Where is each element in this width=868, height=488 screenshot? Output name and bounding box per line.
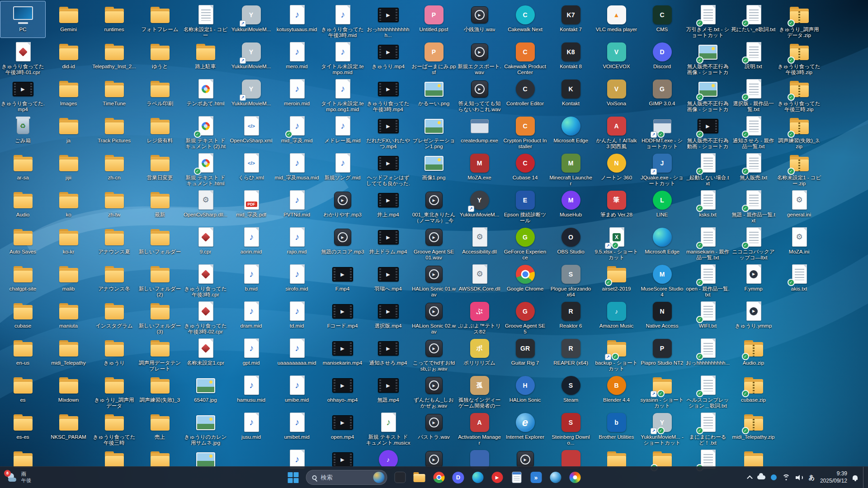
clock[interactable]: 9:39 2025/09/12: [820, 470, 847, 484]
media-player[interactable]: [488, 469, 506, 487]
desktop-icon[interactable]: ✓無人販売不正行為画像 - ショートカッ...: [685, 38, 731, 75]
desktop-icon[interactable]: ko: [46, 186, 91, 223]
photos[interactable]: [547, 469, 565, 487]
desktop-icon[interactable]: ▶井上ドラム.mp4: [365, 223, 411, 260]
desktop-icon[interactable]: PUntitled.ppsf: [411, 1, 457, 38]
desktop-icon[interactable]: 65407.jpg: [183, 371, 228, 408]
desktop-icon[interactable]: ♪✓mid_字及.mid: [274, 112, 320, 149]
desktop-icon[interactable]: きゅうり食ってた午後3時.cpr: [183, 260, 228, 297]
desktop-icon[interactable]: ▶だれだFXいれたやつ.mp4: [365, 112, 411, 149]
desktop-icon[interactable]: MMuseHub: [548, 186, 594, 223]
desktop-icon[interactable]: CCakewalk Product Center: [502, 38, 548, 75]
desktop-icon[interactable]: ▶ずんだもん_しおかぜぉ.wav: [411, 371, 457, 408]
desktop-icon[interactable]: ▶open.mp4: [320, 408, 365, 446]
desktop-icon[interactable]: ♪hamusu.mid: [228, 371, 274, 408]
desktop-icon[interactable]: Auto Saves: [0, 223, 46, 260]
desktop-icon[interactable]: ✓無題 - 親作品一覧.txt: [731, 186, 776, 223]
desktop-icon[interactable]: きゅうり食ってた午後三時: [91, 408, 137, 446]
desktop-icon[interactable]: Y↗YukkuriMovieM...: [228, 75, 274, 112]
desktop-icon[interactable]: jijii: [46, 149, 91, 186]
desktop-icon[interactable]: ♪メドレー風.mid: [320, 112, 365, 149]
desktop-icon[interactable]: ♪aorin.mid: [228, 223, 274, 260]
desktop-icon[interactable]: ▶わかりやす.mp3: [320, 186, 365, 223]
notepad[interactable]: [508, 469, 526, 487]
desktop-icon[interactable]: ✓新規 テキスト ドキュメント.html: [183, 149, 228, 186]
desktop-icon[interactable]: GGIMP 3.0.4: [639, 75, 685, 112]
desktop-icon[interactable]: KKontakt: [548, 75, 594, 112]
desktop-icon[interactable]: ♪新規 テキスト ドキュメント.musicxml: [365, 408, 411, 446]
desktop-icon[interactable]: 名称未設定1 - コピー: [183, 1, 228, 38]
desktop-icon[interactable]: ja: [46, 112, 91, 149]
desktop-icon[interactable]: ⚙Accessibility.dll: [457, 223, 502, 260]
desktop-icon[interactable]: インスタグラム: [91, 297, 137, 334]
desktop-icon[interactable]: ⚙OpenCvSharp.dll...: [183, 186, 228, 223]
desktop-icon[interactable]: cubase: [0, 297, 46, 334]
desktop-icon[interactable]: SSteinberg Downlo...: [548, 408, 594, 446]
desktop-icon[interactable]: Gemini: [46, 1, 91, 38]
desktop-icon[interactable]: ♪umibet.mid: [274, 408, 320, 446]
desktop-icon[interactable]: OOBS Studio: [548, 223, 594, 260]
desktop-icon[interactable]: ✓おっhhhhhhhhhh...: [685, 334, 731, 371]
desktop-icon[interactable]: Google Chrome: [502, 260, 548, 297]
desktop-icon[interactable]: 画像1.png: [411, 149, 457, 186]
desktop-icon[interactable]: K7Kontakt 7: [548, 1, 594, 38]
desktop-icon[interactable]: 売上: [137, 408, 183, 446]
desktop-icon[interactable]: ♪uaaaaaaaaa.mid: [274, 334, 320, 371]
desktop-icon[interactable]: K8Kontakt 8: [548, 38, 594, 75]
desktop-icon[interactable]: midi_Telepathy: [46, 334, 91, 371]
desktop-icon[interactable]: ⚙general.ini: [776, 186, 822, 223]
desktop-icon[interactable]: ▶きゅうり.ymmp: [731, 297, 776, 334]
desktop-icon[interactable]: きゅうり: [91, 334, 137, 371]
desktop-icon[interactable]: 筆筆まめ Ver.28: [594, 186, 639, 223]
desktop-icon[interactable]: 調声用データテンプレート: [137, 334, 183, 371]
desktop-icon[interactable]: Pおーばーまにみ.ppsf: [411, 38, 457, 75]
desktop-icon[interactable]: 名称未設定1.cpr: [183, 334, 228, 371]
desktop-icon[interactable]: フォトフレーム: [137, 1, 183, 38]
desktop-icon[interactable]: ▶HALion Sonic 02.wav: [411, 297, 457, 334]
desktop-icon[interactable]: ✓無人販売.txt: [731, 149, 776, 186]
desktop-icon[interactable]: 孤孤独なインディーゲーム開発者の一生...: [457, 371, 502, 408]
desktop-icon[interactable]: PC: [0, 1, 46, 38]
desktop-icon[interactable]: MMuseScore Studio 4: [639, 260, 685, 297]
desktop-icon[interactable]: レジ袋有料: [137, 112, 183, 149]
desktop-icon[interactable]: ↗✓syasinn - ショートカット: [639, 371, 685, 408]
desktop-icon[interactable]: ✓きゅうり食ってた午後3時.zip: [776, 38, 822, 75]
desktop-icon[interactable]: ✓WIFI.txt: [685, 297, 731, 334]
desktop-icon[interactable]: Telepathy_Inst_2...: [91, 38, 137, 75]
desktop-icon[interactable]: ▶ヘッドフォンはずしてても良かった.mp4: [365, 149, 411, 186]
desktop-icon[interactable]: J↗JQuake.exe - ショートカット: [639, 149, 685, 186]
desktop-icon[interactable]: ♪gpt.mid: [228, 334, 274, 371]
desktop-icon[interactable]: Y↗YukkuriMovieM...: [228, 1, 274, 38]
desktop-icon[interactable]: ♪mid_字及musa.mid: [274, 149, 320, 186]
desktop-icon[interactable]: eInternet Explorer: [502, 408, 548, 446]
desktop-icon[interactable]: PDFmid_字及.pdf: [228, 186, 274, 223]
desktop-icon[interactable]: Images: [46, 75, 91, 112]
desktop-icon[interactable]: アナウンス冬: [91, 260, 137, 297]
desktop-icon[interactable]: 新しいフォルダー (2): [137, 260, 183, 297]
desktop-icon[interactable]: GGeForce Experience: [502, 223, 548, 260]
desktop-icon[interactable]: ▶小銭漁り.wav: [457, 1, 502, 38]
desktop-icon[interactable]: Microsoft Edge: [548, 112, 594, 149]
desktop-icon[interactable]: chatgpt-site: [0, 260, 46, 297]
desktop-icon[interactable]: CCakewalk Next: [502, 1, 548, 38]
volume-icon[interactable]: [796, 474, 803, 481]
desktop-icon[interactable]: EEpson 接続診断ツール: [502, 186, 548, 223]
desktop-icon[interactable]: 調声練習(失敗)_3: [137, 371, 183, 408]
start-button[interactable]: [284, 469, 302, 487]
desktop-icon[interactable]: ⚙AWSSDK.Core.dll: [457, 260, 502, 297]
desktop-icon[interactable]: ♪b.mid: [228, 260, 274, 297]
desktop-icon[interactable]: ♪Amazon Music: [594, 297, 639, 334]
desktop-icon[interactable]: ⚙MoZA.ini: [776, 223, 822, 260]
desktop-icon[interactable]: ♻ごみ箱: [0, 112, 46, 149]
desktop-icon[interactable]: zh-tw: [91, 186, 137, 223]
desktop-icon[interactable]: PPiapro Studio NT2: [639, 334, 685, 371]
desktop-icon[interactable]: ぷぷよぷよ™テトリス®2: [457, 297, 502, 334]
desktop-icon[interactable]: ✓説明.txt: [731, 38, 776, 75]
desktop-icon[interactable]: VVOICEVOX: [594, 38, 639, 75]
desktop-icon[interactable]: bBrother Utilities: [594, 408, 639, 446]
desktop-icon[interactable]: ✓新規 テキスト ドキュメント (2).html: [183, 112, 228, 149]
desktop-icon[interactable]: ✓きゅうり_調声用データ.zip: [776, 1, 822, 38]
desktop-icon[interactable]: ▶001_東北きりたん（ノーマル）_今しゃ...: [411, 186, 457, 223]
desktop-icon[interactable]: RReaktor 6: [548, 297, 594, 334]
desktop-icon[interactable]: createdump.exe: [457, 112, 502, 149]
